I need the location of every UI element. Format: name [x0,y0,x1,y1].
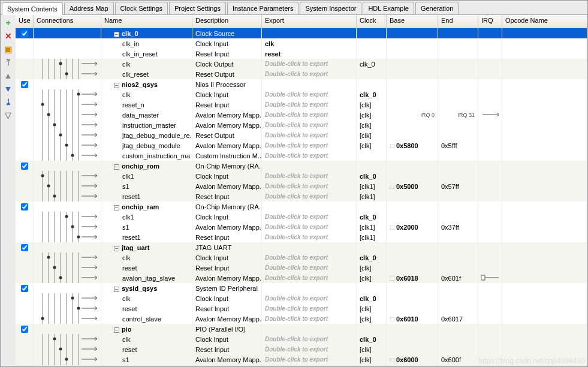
base-cell[interactable] [387,49,438,59]
table-row[interactable]: clkClock OutputDouble-click to exportclk… [16,59,587,69]
connections-cell[interactable] [34,273,101,283]
export-cell[interactable] [262,242,357,252]
connections-cell[interactable] [34,212,101,222]
base-cell[interactable]: ⬚0x6000 [387,354,438,365]
header-description[interactable]: Description [192,15,262,28]
base-cell[interactable] [387,344,438,354]
export-cell[interactable]: Double-click to export [262,171,357,181]
table-row[interactable]: clkClock InputDouble-click to exportclk_… [16,293,587,303]
name-cell[interactable]: clk [101,293,192,303]
export-cell[interactable]: Double-click to export [262,314,357,324]
header-name[interactable]: Name [101,15,192,28]
export-cell[interactable]: Double-click to export [262,69,357,79]
irq-cell[interactable] [478,161,502,171]
table-row[interactable]: s1Avalon Memory Mapp...Double-click to e… [16,354,587,365]
name-cell[interactable]: s1 [101,181,192,191]
base-cell[interactable] [387,252,438,263]
name-cell[interactable]: −sysid_qsys [101,283,192,293]
base-cell[interactable] [387,212,438,222]
base-cell[interactable]: ⬚0x2000 [387,222,438,232]
expander-icon[interactable]: − [114,164,119,170]
base-cell[interactable]: IRQ 0 [387,110,438,120]
connections-cell[interactable] [34,201,101,212]
name-cell[interactable]: reset [101,263,192,273]
connections-cell[interactable] [34,344,101,354]
base-cell[interactable]: ⬚0x5000 [387,181,438,191]
expander-icon[interactable]: − [114,205,119,210]
header-irq[interactable]: IRQ [478,15,502,28]
name-cell[interactable]: −clk_0 [101,28,192,38]
irq-cell[interactable] [478,365,502,365]
export-cell[interactable]: Double-click to export [262,100,357,110]
irq-cell[interactable] [478,222,502,232]
irq-cell[interactable] [478,283,502,293]
name-cell[interactable]: clk [101,334,192,344]
header-clock[interactable]: Clock [357,15,387,28]
tab-hdl-example[interactable]: HDL Example [363,2,414,14]
connections-cell[interactable] [34,100,101,110]
name-cell[interactable]: −onchip_rom [101,161,192,171]
name-cell[interactable]: clk1 [101,212,192,222]
expander-icon[interactable]: − [114,327,119,333]
connections-cell[interactable] [34,171,101,181]
name-cell[interactable]: clk1 [101,171,192,181]
base-cell[interactable] [387,89,438,100]
name-cell[interactable]: reset1 [101,191,192,201]
irq-cell[interactable] [478,273,502,283]
export-cell[interactable]: Double-click to export [262,89,357,100]
base-cell[interactable] [387,120,438,130]
expander-icon[interactable]: − [114,83,119,88]
export-cell[interactable]: Double-click to export [262,140,357,151]
irq-cell[interactable] [478,242,502,252]
irq-cell[interactable] [478,212,502,222]
connections-cell[interactable] [34,252,101,263]
base-cell[interactable] [387,79,438,89]
name-cell[interactable]: −pio [101,324,192,334]
table-row[interactable]: s1Avalon Memory Mapp...Double-click to e… [16,181,587,191]
table-row[interactable]: reset_nReset InputDouble-click to export… [16,100,587,110]
connections-cell[interactable] [34,293,101,303]
table-row[interactable]: −clk_0Clock Source [16,28,587,38]
connections-cell[interactable] [34,49,101,59]
name-cell[interactable]: s1 [101,354,192,365]
tab-instance-parameters[interactable]: Instance Parameters [227,2,299,14]
header-opcode-name[interactable]: Opcode Name [502,15,587,28]
base-cell[interactable] [387,201,438,212]
export-cell[interactable]: Double-click to export [262,222,357,232]
name-cell[interactable]: jtag_debug_module_re... [101,130,192,140]
export-cell[interactable]: Double-click to export [262,212,357,222]
header-base[interactable]: Base [387,15,438,28]
table-row[interactable]: instruction_masterAvalon Memory Mapp...D… [16,120,587,130]
connections-cell[interactable] [34,59,101,69]
base-cell[interactable] [387,38,438,49]
edit-icon[interactable]: ▣ [4,44,13,54]
export-cell[interactable]: Double-click to export [262,59,357,69]
irq-cell[interactable] [478,130,502,140]
tab-address-map[interactable]: Address Map [64,2,114,14]
irq-cell[interactable] [478,334,502,344]
irq-cell[interactable] [478,171,502,181]
move-up-icon[interactable]: ▲ [4,71,13,80]
table-row[interactable]: reset1Reset InputDouble-click to export[… [16,191,587,201]
name-cell[interactable]: clk_in [101,38,192,49]
name-cell[interactable]: instruction_master [101,120,192,130]
name-cell[interactable]: external_connection [101,365,192,365]
name-cell[interactable]: avalon_jtag_slave [101,273,192,283]
irq-cell[interactable] [478,354,502,365]
header-export[interactable]: Export [262,15,357,28]
table-row[interactable]: clk_resetReset OutputDouble-click to exp… [16,69,587,79]
export-cell[interactable]: reset [262,49,357,59]
table-row[interactable]: −nios2_qsysNios II Processor [16,79,587,89]
base-cell[interactable] [387,191,438,201]
irq-cell[interactable] [478,191,502,201]
name-cell[interactable]: reset1 [101,232,192,242]
base-cell[interactable] [387,171,438,181]
irq-cell[interactable] [478,181,502,191]
connections-cell[interactable] [34,161,101,171]
connections-cell[interactable] [34,334,101,344]
export-cell[interactable] [262,324,357,334]
name-cell[interactable]: data_master [101,110,192,120]
base-cell[interactable] [387,334,438,344]
use-checkbox[interactable] [21,244,28,251]
connections-cell[interactable] [34,191,101,201]
